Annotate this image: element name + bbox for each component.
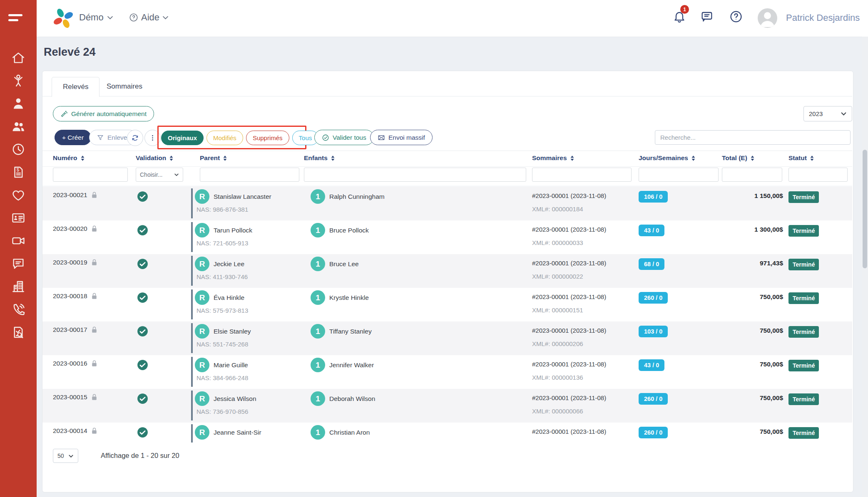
lock-icon xyxy=(91,393,97,401)
parent-name: Éva Hinkle xyxy=(214,294,244,302)
filter-pill-modifiés[interactable]: Modifiés xyxy=(206,131,243,145)
sidebar-item-heart-icon[interactable] xyxy=(11,188,25,202)
child-avatar: 1 xyxy=(311,223,325,237)
sommaire-xml: XML#: 000000184 xyxy=(532,205,583,213)
filter-parent-input[interactable] xyxy=(200,168,299,182)
child-name: Ralph Cunningham xyxy=(329,193,385,200)
parent-nas: NAS: 986-876-381 xyxy=(196,206,248,213)
highlight-box: Originaux Modifiés Supprimés Tous xyxy=(157,126,306,149)
row-total: 750,00$ xyxy=(760,293,783,301)
sidebar-item-home-icon[interactable] xyxy=(11,51,25,65)
help-label: Aide xyxy=(141,12,159,23)
filter-pill-supprimés[interactable]: Supprimés xyxy=(246,131,289,145)
content-card: Relevés Sommaires Générer automatiquemen… xyxy=(42,71,853,492)
filter-enfants-input[interactable] xyxy=(304,168,526,182)
column-header-jours-semaines[interactable]: Jours/Semaines xyxy=(639,154,696,162)
column-header-statut[interactable]: Statut xyxy=(788,154,814,162)
sommaire-xml: XML#: 000000151 xyxy=(532,307,583,314)
help-circle-icon[interactable] xyxy=(729,10,743,23)
parent-nas: NAS: 575-973-813 xyxy=(196,307,248,314)
parent-avatar: R xyxy=(195,257,209,271)
sidebar-item-phone-icon[interactable] xyxy=(11,302,25,316)
table-row[interactable]: 2023-00015 R Jessica Wilson NAS: 736-970… xyxy=(42,389,852,423)
table-row[interactable]: 2023-00017 R Elsie Stanley NAS: 551-745-… xyxy=(42,321,852,355)
table-row[interactable]: 2023-00018 R Éva Hinkle NAS: 575-973-813… xyxy=(42,288,852,321)
validated-check-icon xyxy=(137,292,148,303)
child-avatar: 1 xyxy=(311,324,325,339)
filter-numero-input[interactable] xyxy=(53,168,128,182)
row-total: 750,00$ xyxy=(760,394,783,402)
sidebar-item-invoice-icon[interactable]: $ xyxy=(11,165,25,179)
tab-releves[interactable]: Relevés xyxy=(52,77,99,97)
sidebar-item-clock-icon[interactable] xyxy=(11,142,25,156)
days-weeks-badge: 260 / 0 xyxy=(639,292,668,304)
sidebar-item-building-icon[interactable] xyxy=(11,279,25,294)
refresh-button[interactable] xyxy=(127,130,143,146)
filter-sommaires-input[interactable] xyxy=(532,168,632,182)
column-header-parent[interactable]: Parent xyxy=(200,154,227,162)
page-scrollbar[interactable] xyxy=(862,37,868,497)
days-weeks-badge: 260 / 0 xyxy=(639,427,668,438)
create-button[interactable]: + Créer xyxy=(55,130,91,145)
sidebar-item-child-icon[interactable] xyxy=(11,74,25,88)
parent-nas: NAS: 551-745-268 xyxy=(196,341,248,348)
sort-icon xyxy=(570,155,575,161)
sommaire-ref: #2023-00001 (2023-11-08) xyxy=(532,226,606,233)
table-row[interactable]: 2023-00021 R Stanislaw Lancaster NAS: 98… xyxy=(42,187,852,220)
sidebar-item-report-search-icon[interactable] xyxy=(11,325,25,339)
column-header-sommaires[interactable]: Sommaires xyxy=(532,154,575,162)
brand-menu[interactable]: Démo xyxy=(79,12,113,23)
child-name: Krystle Hinkle xyxy=(329,294,369,302)
menu-hamburger-icon[interactable] xyxy=(8,14,25,24)
column-header-numero[interactable]: Numéro xyxy=(53,154,85,162)
scrollbar-thumb[interactable] xyxy=(863,150,867,268)
user-name[interactable]: Patrick Desjardins xyxy=(786,12,860,23)
sommaire-ref: #2023-00001 (2023-11-08) xyxy=(532,192,606,199)
sidebar-item-video-icon[interactable] xyxy=(11,234,25,248)
sommaire-ref: #2023-00001 (2023-11-08) xyxy=(532,260,606,267)
lock-icon xyxy=(91,326,97,334)
search-input[interactable] xyxy=(655,130,851,145)
sort-icon xyxy=(80,155,85,161)
generate-automatically-button[interactable]: Générer automatiquement xyxy=(53,106,154,121)
table-row[interactable]: 2023-00016 R Marie Guille NAS: 384-966-2… xyxy=(42,355,852,389)
topbar: Démo Aide 1 Patrick Desjardins xyxy=(37,0,868,37)
filter-total-input[interactable] xyxy=(722,168,782,182)
sommaire-ref: #2023-00001 (2023-11-08) xyxy=(532,327,606,334)
table-row[interactable]: 2023-00020 R Tarun Pollock NAS: 721-605-… xyxy=(42,220,852,254)
svg-text:$: $ xyxy=(17,167,20,172)
filter-pill-originaux[interactable]: Originaux xyxy=(161,131,204,145)
filter-pills: Originaux Modifiés Supprimés Tous xyxy=(161,131,318,145)
tab-sommaires[interactable]: Sommaires xyxy=(96,77,153,96)
sidebar-item-id-card-icon[interactable] xyxy=(11,211,25,225)
sommaire-xml: XML#: 000000022 xyxy=(532,273,583,280)
row-total: 1 300,00$ xyxy=(754,226,783,233)
mass-send-button[interactable]: Envoi massif xyxy=(370,130,433,145)
status-badge: Terminé xyxy=(788,259,819,270)
child-name: Christian Aron xyxy=(329,429,370,436)
year-select[interactable]: 2023 xyxy=(803,106,852,121)
pagination-info: Affichage de 1 - 20 sur 20 xyxy=(101,452,179,460)
page-size-select[interactable]: 50 xyxy=(53,449,78,463)
validate-all-button[interactable]: Valider tous xyxy=(314,130,374,145)
column-header-validation[interactable]: Validation xyxy=(136,154,174,162)
column-header-enfants[interactable]: Enfants xyxy=(304,154,335,162)
status-badge: Terminé xyxy=(788,225,819,237)
sommaire-ref: #2023-00001 (2023-11-08) xyxy=(532,361,606,368)
lock-icon xyxy=(91,225,97,232)
filter-validation-select[interactable]: Choisir... xyxy=(136,168,183,182)
messages-icon[interactable] xyxy=(700,10,714,23)
filter-statut-input[interactable] xyxy=(788,168,848,182)
parent-name: Stanislaw Lancaster xyxy=(214,193,271,200)
help-menu[interactable]: Aide xyxy=(129,12,169,23)
sort-icon xyxy=(331,155,335,161)
sidebar-item-people-icon[interactable] xyxy=(11,119,25,134)
sort-icon xyxy=(169,155,174,161)
table-row[interactable]: 2023-00019 R Jeckie Lee NAS: 411-930-746… xyxy=(42,254,852,288)
sidebar-item-educator-icon[interactable] xyxy=(11,96,25,111)
table-row[interactable]: 2023-00014 R Jeanne Saint-Sir 1 Christia… xyxy=(42,423,852,443)
filter-jours-input[interactable] xyxy=(639,168,719,182)
column-header-total[interactable]: Total (E) xyxy=(722,154,755,162)
user-avatar[interactable] xyxy=(758,8,777,28)
sidebar-item-chat-icon[interactable] xyxy=(11,257,25,271)
